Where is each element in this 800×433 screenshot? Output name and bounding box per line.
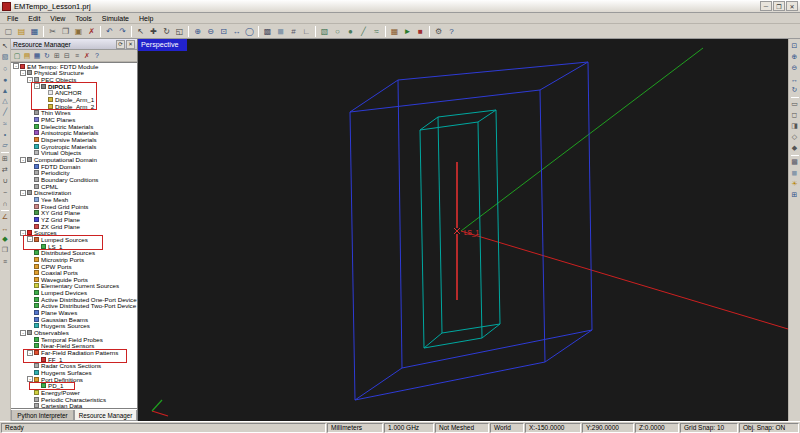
tree-node-temporal-field-probes[interactable]: Temporal Field Probes — [11, 336, 137, 343]
panel-refresh-tree-icon[interactable]: ↻ — [42, 51, 52, 61]
draw-cone-tool-icon[interactable]: ▲ — [0, 85, 10, 95]
save-project-icon[interactable]: ▦ — [28, 25, 41, 37]
group-objects-icon[interactable]: ❐ — [0, 245, 10, 255]
tree-expander-icon[interactable]: - — [27, 77, 33, 83]
tree-node-active-distributed-two-port-device[interactable]: Active Distributed Two-Port Device — [11, 303, 137, 310]
tree-node-dipole[interactable]: -DIPOLE — [11, 83, 137, 90]
draw-point-tool-icon[interactable]: • — [0, 129, 10, 139]
menu-tools[interactable]: Tools — [70, 15, 96, 22]
tree-node-cartesian-data[interactable]: Cartesian Data — [11, 402, 137, 409]
perspective-view-icon[interactable]: ◆ — [790, 143, 800, 153]
tree-node-cpml[interactable]: CPML — [11, 183, 137, 190]
select-tool-icon[interactable]: ↖ — [134, 25, 147, 37]
zoom-in-icon[interactable]: ⊕ — [191, 25, 204, 37]
open-project-icon[interactable]: ▤ — [15, 25, 28, 37]
tree-node-periodicity[interactable]: Periodicity — [11, 170, 137, 177]
tree-node-anchor[interactable]: ANCHOR — [11, 90, 137, 97]
panel-tab-python-interpreter[interactable]: Python Interpreter — [11, 410, 74, 421]
move-tool-icon[interactable]: ✚ — [147, 25, 160, 37]
light-toggle-icon[interactable]: ☀ — [790, 179, 800, 189]
top-view-icon[interactable]: ▭ — [790, 99, 800, 109]
tree-node-pec-objects[interactable]: -PEC Objects — [11, 76, 137, 83]
shaded-mode-icon[interactable]: ◼ — [790, 168, 800, 178]
draw-sphere-icon[interactable]: ● — [344, 25, 357, 37]
tree-node-anisotropic-materials[interactable]: Anisotropic Materials — [11, 130, 137, 137]
isometric-view-icon[interactable]: ◇ — [790, 132, 800, 142]
tree-node-gyrotropic-materials[interactable]: Gyrotropic Materials — [11, 143, 137, 150]
scale-tool-icon[interactable]: ◱ — [173, 25, 186, 37]
tree-node-active-distributed-one-port-device[interactable]: Active Distributed One-Port Device — [11, 296, 137, 303]
tree-node-waveguide-ports[interactable]: Waveguide Ports — [11, 276, 137, 283]
tree-node-thin-wires[interactable]: Thin Wires — [11, 110, 137, 117]
tree-node-port-definitions[interactable]: -Port Definitions — [11, 376, 137, 383]
port-marker[interactable] — [454, 228, 460, 234]
panel-save-icon[interactable]: ▦ — [32, 51, 42, 61]
axes-toggle-icon[interactable]: ∟ — [300, 25, 313, 37]
new-project-icon[interactable]: ▢ — [2, 25, 15, 37]
tree-node-energy-power[interactable]: Energy/Power — [11, 389, 137, 396]
material-assign-icon[interactable]: ◆ — [0, 234, 10, 244]
tree-node-discretization[interactable]: -Discretization — [11, 189, 137, 196]
rotate-tool-icon[interactable]: ↻ — [160, 25, 173, 37]
draw-plane-tool-icon[interactable]: ▱ — [0, 140, 10, 150]
window-titlebar[interactable]: EMTempo_Lesson1.prj ─❐✕ — [0, 0, 800, 13]
tree-node-microstrip-ports[interactable]: Microstrip Ports — [11, 256, 137, 263]
tree-node-dipole-arm-1[interactable]: Dipole_Arm_1 — [11, 96, 137, 103]
panel-header[interactable]: Resource Manager ⟳✕ — [11, 39, 137, 50]
draw-line-icon[interactable]: ╱ — [357, 25, 370, 37]
tree-expander-icon[interactable]: - — [20, 70, 26, 76]
panel-collapse-all-icon[interactable]: ⊟ — [62, 51, 72, 61]
panel-tab-resource-manager[interactable]: Resource Manager — [74, 410, 137, 421]
boolean-union-icon[interactable]: ∪ — [0, 176, 10, 186]
draw-box-tool-icon[interactable]: ▧ — [0, 52, 10, 62]
draw-cylinder-icon[interactable]: ○ — [331, 25, 344, 37]
viewport-3d[interactable]: Perspective — [138, 39, 788, 421]
undo-icon[interactable]: ↶ — [103, 25, 116, 37]
tree-node-huygens-sources[interactable]: Huygens Sources — [11, 323, 137, 330]
draw-curve-icon[interactable]: ≈ — [370, 25, 383, 37]
draw-line-tool-icon[interactable]: ╱ — [0, 107, 10, 117]
tree-expander-icon[interactable]: - — [27, 376, 33, 382]
cut-icon[interactable]: ✂ — [46, 25, 59, 37]
tree-node-pd-1[interactable]: PD_1 — [11, 383, 137, 390]
tree-node-computational-domain[interactable]: -Computational Domain — [11, 156, 137, 163]
draw-box-icon[interactable]: ▧ — [318, 25, 331, 37]
tree-node-dispersive-materials[interactable]: Dispersive Materials — [11, 136, 137, 143]
tree-node-xy-grid-plane[interactable]: XY Grid Plane — [11, 209, 137, 216]
minimize-button[interactable]: ─ — [760, 1, 772, 11]
orbit-view-icon[interactable]: ↻ — [790, 85, 800, 95]
tree-node-fdtd-domain[interactable]: FDTD Domain — [11, 163, 137, 170]
draw-polyline-tool-icon[interactable]: ≈ — [0, 118, 10, 128]
pan-icon[interactable]: ↔ — [230, 25, 243, 37]
tree-node-distributed-sources[interactable]: Distributed Sources — [11, 249, 137, 256]
wireframe-icon[interactable]: ▩ — [261, 25, 274, 37]
panel-expand-all-icon[interactable]: ⊞ — [52, 51, 62, 61]
tree-node-sources[interactable]: -Sources — [11, 229, 137, 236]
front-view-icon[interactable]: ◻ — [790, 110, 800, 120]
fit-view-icon[interactable]: ⊞ — [790, 190, 800, 200]
tree-node-radar-cross-sections[interactable]: Radar Cross Sections — [11, 363, 137, 370]
mirror-tool-icon[interactable]: ⇄ — [0, 165, 10, 175]
maximize-button[interactable]: ❐ — [773, 1, 785, 11]
tree-expander-icon[interactable]: - — [27, 236, 33, 242]
tree-expander-icon[interactable]: - — [27, 350, 33, 356]
tree-expander-icon[interactable]: - — [20, 190, 26, 196]
panel-delete-icon[interactable]: ✗ — [82, 51, 92, 61]
tree-expander-icon[interactable]: - — [20, 157, 26, 163]
scene-canvas[interactable]: LS_1 — [138, 39, 788, 421]
tree-node-coaxial-ports[interactable]: Coaxial Ports — [11, 269, 137, 276]
boolean-intersect-icon[interactable]: ∩ — [0, 198, 10, 208]
draw-sphere-tool-icon[interactable]: ● — [0, 74, 10, 84]
redo-icon[interactable]: ↷ — [116, 25, 129, 37]
tree-node-pmc-planes[interactable]: PMC Planes — [11, 116, 137, 123]
tree-node-cpw-ports[interactable]: CPW Ports — [11, 263, 137, 270]
tree-node-dipole-arm-2[interactable]: Dipole_Arm_2 — [11, 103, 137, 110]
copy-icon[interactable]: ❐ — [59, 25, 72, 37]
tree-node-yz-grid-plane[interactable]: YZ Grid Plane — [11, 216, 137, 223]
shaded-icon[interactable]: ◼ — [274, 25, 287, 37]
help-icon[interactable]: ? — [445, 25, 458, 37]
panel-new-icon[interactable]: ▢ — [12, 51, 22, 61]
tree-node-fixed-grid-points[interactable]: Fixed Grid Points — [11, 203, 137, 210]
resource-tree[interactable]: -EM Tempo: FDTD Module-Physical Structur… — [11, 62, 137, 409]
tree-node-yee-mesh[interactable]: Yee Mesh — [11, 196, 137, 203]
